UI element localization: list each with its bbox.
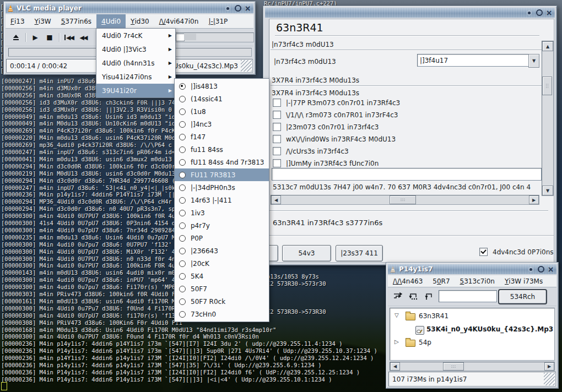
extra-module-option[interactable]: |23m073 c0n7r01 in73rf4c3: [273, 123, 379, 131]
equalizer-preset-item[interactable]: 1iv3: [175, 206, 269, 219]
playlist-tree-row[interactable]: ▷54p: [390, 337, 554, 349]
maximize-icon[interactable]: [234, 4, 242, 12]
equalizer-preset-item[interactable]: |]4nc3: [175, 118, 269, 130]
equalizer-preset-item[interactable]: |20cK: [175, 257, 269, 270]
radio-icon[interactable]: [179, 108, 186, 115]
playlist-titlebar[interactable]: P14y1is7 ×: [388, 264, 556, 274]
scroll-right-icon[interactable]: ▶: [544, 362, 554, 371]
checkbox[interactable]: [273, 111, 281, 119]
module-string-field[interactable]: [272, 168, 542, 181]
menu-31p[interactable]: |-|31P: [203, 14, 233, 28]
equalizer-preset-item[interactable]: |-|34dPH0n3s: [175, 181, 269, 194]
minimize-icon[interactable]: [525, 9, 533, 17]
equalizer-preset-item[interactable]: 50F7 R0ck: [175, 295, 269, 308]
equalizer-preset-item[interactable]: fu11 84ss: [175, 143, 269, 156]
scrollbar-thumb[interactable]: [542, 77, 552, 95]
resize-grip[interactable]: [544, 373, 555, 385]
equalizer-preset-item[interactable]: 73cHn0: [175, 308, 269, 320]
audio-menu-item[interactable]: 39U41i20r▶: [96, 84, 175, 97]
shuffle-button[interactable]: [391, 290, 404, 302]
close-icon[interactable]: ×: [244, 4, 252, 12]
radio-icon[interactable]: [179, 286, 186, 292]
radio-icon[interactable]: [179, 235, 186, 242]
interface-module-combobox[interactable]: [417, 54, 533, 67]
playlist-menu-4n463[interactable]: /\/\4n463: [388, 275, 428, 287]
main-titlebar[interactable]: VLC media player ×: [6, 3, 253, 13]
collapse-icon[interactable]: ▽: [395, 312, 399, 318]
equalizer-preset-item[interactable]: f147: [175, 130, 269, 143]
radio-icon[interactable]: [179, 197, 186, 204]
extra-module-option[interactable]: \/1/\/\ r3m073 c0n7R01 in73rF4c3: [273, 111, 398, 119]
preferences-titlebar[interactable]: ×: [265, 8, 555, 18]
scroll-left-icon[interactable]: ◀: [390, 362, 400, 371]
radio-icon[interactable]: [179, 311, 186, 318]
equalizer-preset-item[interactable]: |236643: [175, 244, 269, 257]
equalizer-preset-item[interactable]: |]is4813: [175, 80, 269, 92]
equalizer-preset-item[interactable]: p4r7y: [175, 219, 269, 232]
search-input[interactable]: [439, 290, 497, 302]
scroll-right-icon[interactable]: ▶: [529, 195, 539, 204]
advanced-options-toggle[interactable]: 4dv4nc3d 0P7i0ns: [479, 248, 554, 256]
equalizer-preset-item[interactable]: 50F7: [175, 282, 269, 295]
playlist-horizontal-scrollbar[interactable]: ◀ ▶: [390, 362, 555, 371]
radio-icon[interactable]: [179, 159, 186, 166]
minimize-icon[interactable]: [224, 4, 232, 12]
equalizer-preset-item[interactable]: (1u8: [175, 105, 269, 118]
equalizer-preset-item[interactable]: (14ssic41: [175, 92, 269, 105]
audio-menu-item[interactable]: 4Udi0 (h4nn31s▶: [96, 56, 175, 70]
playlist-menu-yi3wi73ms[interactable]: Yi3W i73Ms: [500, 275, 548, 287]
menu-yid30[interactable]: Yid30: [126, 14, 154, 28]
vertical-scrollbar[interactable]: ▲ ▼: [542, 41, 554, 196]
radio-icon[interactable]: [179, 298, 186, 305]
equalizer-preset-item[interactable]: FU11 7R3813: [175, 168, 269, 181]
equalizer-preset-item[interactable]: 5K4: [175, 270, 269, 282]
extra-module-option[interactable]: |-|77P R3m073 c0n7r01 in73Rf4c3: [273, 99, 400, 107]
scrollbar-thumb[interactable]: [390, 195, 416, 204]
radio-icon[interactable]: [179, 260, 186, 267]
equalizer-preset-item[interactable]: fU11 84ss 4nd 7r3813: [175, 156, 269, 168]
equalizer-preset-item[interactable]: P0P: [175, 232, 269, 244]
eject-button[interactable]: [9, 31, 23, 43]
play-button[interactable]: ▶: [28, 31, 42, 43]
audio-menu-item[interactable]: 4Udi0 |]3Vic3▶: [96, 42, 175, 56]
menu-4vi647i0n[interactable]: /\/4vi647i0n: [154, 14, 204, 28]
volume-slider-thumb[interactable]: [176, 34, 185, 41]
previous-button[interactable]: ◀◀: [62, 31, 76, 43]
menu-fi13[interactable]: Fi13: [6, 14, 30, 28]
radio-icon[interactable]: [179, 184, 186, 191]
volume-slider[interactable]: [172, 32, 254, 42]
checkbox[interactable]: [273, 159, 281, 167]
extra-module-option[interactable]: |]UmMy in73Rf4c3 fUnc7i0n: [273, 159, 379, 167]
repeat-all-button[interactable]: [407, 290, 420, 302]
menu-5377in6s[interactable]: 5377in6s: [56, 14, 96, 28]
radio-icon[interactable]: [179, 273, 186, 280]
close-icon[interactable]: ×: [545, 9, 553, 17]
scroll-up-icon[interactable]: ▲: [542, 41, 553, 51]
radio-icon[interactable]: [179, 96, 186, 102]
playlist-tree-row[interactable]: 53K4i_n0_y4KUs0ku_{42s3c}.Mp3: [390, 324, 554, 336]
combobox-dropdown-icon[interactable]: ▼: [528, 54, 539, 68]
menu-yi3w[interactable]: Yi3W: [30, 14, 56, 28]
playlist-tree-row[interactable]: ▽63n3R41: [390, 311, 554, 323]
checkbox[interactable]: [273, 147, 281, 155]
close-icon[interactable]: ×: [547, 265, 555, 273]
menu-4udi0[interactable]: 4Udi0: [96, 14, 126, 28]
checkbox[interactable]: [273, 123, 281, 131]
maximize-icon[interactable]: [537, 265, 545, 273]
radio-icon[interactable]: [179, 248, 186, 254]
extra-module-option[interactable]: /\/cUrs3s in73rf4c3: [273, 147, 349, 155]
playlist-menu-50r7[interactable]: 50R7: [428, 275, 455, 287]
checkbox[interactable]: [273, 99, 281, 107]
equalizer-preset-item[interactable]: 14r63 |-|411: [175, 194, 269, 206]
advanced-options-checkbox[interactable]: [479, 248, 488, 256]
reset-all-button[interactable]: |23s37 411: [336, 245, 383, 262]
stop-button[interactable]: ■: [42, 31, 57, 43]
radio-icon[interactable]: [179, 210, 186, 216]
audio-menu-item[interactable]: Yisu41i247i0ns▶: [96, 70, 175, 84]
repeat-one-button[interactable]: [422, 290, 435, 302]
radio-icon[interactable]: [179, 83, 186, 90]
minimize-icon[interactable]: [527, 265, 535, 273]
radio-icon[interactable]: [179, 146, 186, 153]
radio-icon[interactable]: [179, 172, 186, 178]
radio-icon[interactable]: [179, 121, 186, 128]
